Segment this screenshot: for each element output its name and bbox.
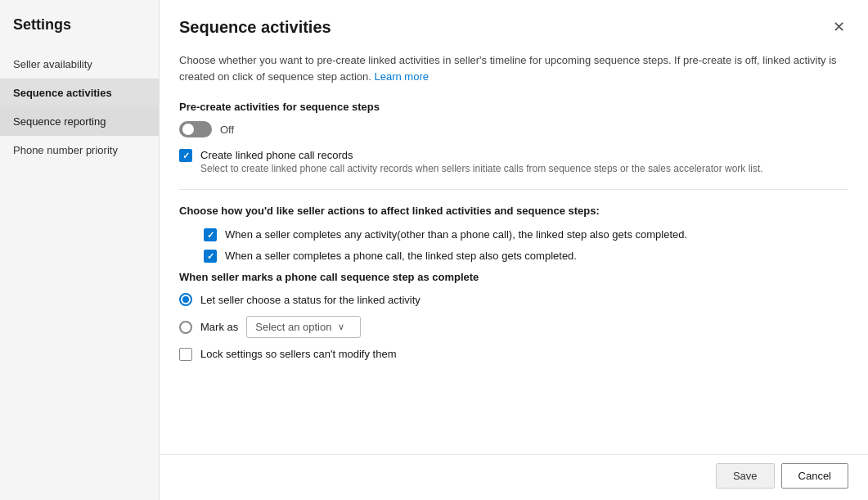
sidebar-item-sequence-reporting[interactable]: Sequence reporting xyxy=(0,107,159,136)
checkbox-row-1: ✓ When a seller completes any activity(o… xyxy=(204,228,848,241)
description-text: Choose whether you want to pre-create li… xyxy=(179,49,848,84)
lock-checkbox-label: Lock settings so sellers can't modify th… xyxy=(200,348,396,360)
create-linked-checkbox[interactable]: ✓ xyxy=(179,149,192,162)
checkbox-1-label: When a seller completes any activity(oth… xyxy=(225,228,687,241)
checkbox-2[interactable]: ✓ xyxy=(204,250,217,263)
radio-row-1: Let seller choose a status for the linke… xyxy=(179,293,848,306)
radio-2[interactable] xyxy=(179,321,192,334)
sidebar-title: Settings xyxy=(0,16,159,50)
dropdown-placeholder: Select an option xyxy=(255,321,331,333)
sidebar-item-sequence-activities[interactable]: Sequence activities xyxy=(0,79,159,107)
cancel-button[interactable]: Cancel xyxy=(781,463,848,489)
create-linked-label: Create linked phone call records xyxy=(200,149,763,161)
pre-create-section-label: Pre-create activities for sequence steps xyxy=(179,101,848,113)
checkbox-1[interactable]: ✓ xyxy=(204,228,217,241)
page-title: Sequence activities xyxy=(179,18,331,37)
seller-actions-label: Choose how you'd like seller actions to … xyxy=(179,205,848,217)
dropdown-arrow-icon: ∨ xyxy=(338,322,344,332)
mark-as-dropdown[interactable]: Select an option ∨ xyxy=(246,316,361,338)
header: Sequence activities ✕ xyxy=(160,0,868,49)
divider-1 xyxy=(179,189,848,190)
lock-checkbox-row: Lock settings so sellers can't modify th… xyxy=(179,348,848,361)
radio-1[interactable] xyxy=(179,293,192,306)
create-linked-row: ✓ Create linked phone call records Selec… xyxy=(179,149,848,174)
lock-checkbox[interactable] xyxy=(179,348,192,361)
toggle-label: Off xyxy=(220,124,234,136)
create-linked-subtext: Select to create linked phone call activ… xyxy=(200,163,763,174)
phone-call-section-label: When seller marks a phone call sequence … xyxy=(179,271,848,283)
pre-create-toggle[interactable] xyxy=(179,121,212,137)
seller-action-checkboxes: ✓ When a seller completes any activity(o… xyxy=(179,228,848,263)
toggle-row: Off xyxy=(179,121,848,137)
sidebar-item-phone-number-priority[interactable]: Phone number priority xyxy=(0,136,159,164)
checkbox-row-2: ✓ When a seller completes a phone call, … xyxy=(204,250,848,263)
radio-1-label: Let seller choose a status for the linke… xyxy=(200,294,421,306)
sidebar: Settings Seller availability Sequence ac… xyxy=(0,0,160,500)
learn-more-link[interactable]: Learn more xyxy=(375,70,429,83)
sidebar-item-seller-availability[interactable]: Seller availability xyxy=(0,50,159,79)
main-panel: Sequence activities ✕ Choose whether you… xyxy=(160,0,868,500)
radio-2-label: Mark as xyxy=(200,321,238,333)
checkbox-2-label: When a seller completes a phone call, th… xyxy=(225,250,577,262)
radio-row-2: Mark as Select an option ∨ xyxy=(179,316,848,338)
content-area: Choose whether you want to pre-create li… xyxy=(160,49,868,454)
footer: Save Cancel xyxy=(160,454,868,500)
save-button[interactable]: Save xyxy=(716,463,775,489)
close-button[interactable]: ✕ xyxy=(830,15,848,39)
